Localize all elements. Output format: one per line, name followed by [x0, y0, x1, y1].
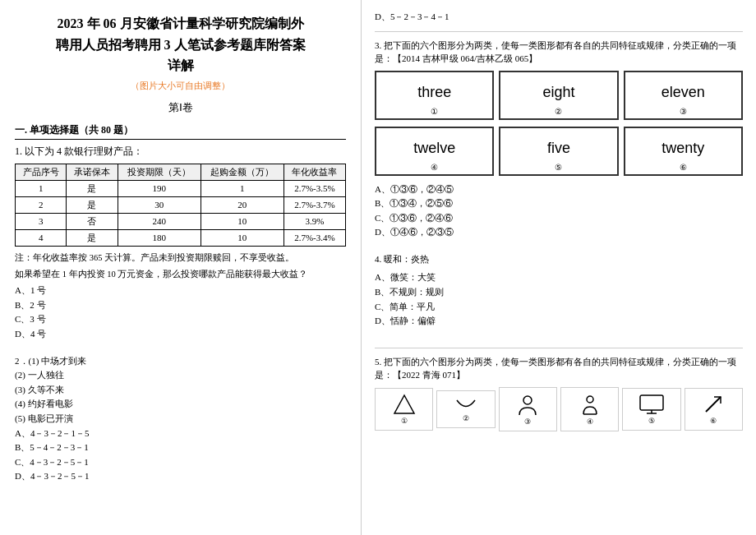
shape-box-6: ⑥: [685, 388, 743, 431]
svg-marker-0: [394, 395, 414, 413]
shape-num: ④: [587, 417, 593, 426]
table-cell: 3: [16, 213, 67, 229]
word-text: twenty: [662, 140, 704, 156]
d-option-right: D、5－2－3－4－1: [375, 10, 743, 25]
word-text: eight: [542, 84, 574, 100]
q4-option: D、恬静：偏僻: [375, 314, 743, 329]
q2-block: 2．(1) 中场才到来 (2) 一人独往(3) 久等不来(4) 约好看电影(5)…: [15, 354, 346, 484]
shape-num: ③: [524, 417, 531, 426]
svg-line-7: [706, 397, 721, 412]
table-cell: 否: [67, 213, 118, 229]
col-header-1: 产品序号: [16, 164, 67, 180]
table-cell: 20: [201, 196, 284, 213]
table-cell: 是: [67, 229, 118, 246]
word-box-1: three①: [375, 71, 494, 120]
product-table: 产品序号 承诺保本 投资期限（天） 起购金额（万） 年化收益率 1是19012.…: [15, 164, 346, 247]
q3-text: 3. 把下面的六个图形分为两类，使每一类图形都有各自的共同特征或规律，分类正确的…: [375, 39, 743, 66]
q5-text: 5. 把下面的六个图形分为两类，使每一类图形都有各自的共同特征或规律，分类正确的…: [375, 355, 743, 382]
q1-title: 1. 以下为 4 款银行理财产品：: [15, 145, 346, 159]
shape-grid: ①②③④⑤⑥: [375, 387, 743, 431]
col-header-2: 承诺保本: [67, 164, 118, 180]
table-cell: 30: [118, 196, 201, 213]
word-num: ②: [500, 107, 616, 116]
word-num: ④: [376, 163, 492, 172]
q4-text: 4. 暖和：炎热: [375, 252, 743, 266]
q2-title: 2．(1) 中场才到来: [15, 354, 346, 369]
table-cell: 2.7%-3.7%: [284, 196, 345, 213]
note1: 注：年化收益率按 365 天计算。产品未到投资期限赎回，不享受收益。: [15, 251, 346, 265]
table-cell: 1: [201, 180, 284, 196]
shape-box-3: ③: [499, 387, 557, 431]
q2-item: (2) 一人独往: [15, 368, 346, 383]
q3-options: A、①③⑥，②④⑤B、①③④，②⑤⑥C、①③⑥，②④⑥D、①④⑥，②③⑤: [375, 182, 743, 240]
word-text: twelve: [413, 140, 455, 156]
col-header-3: 投资期限（天）: [118, 164, 201, 180]
svg-point-2: [587, 396, 593, 403]
table-cell: 10: [201, 229, 284, 246]
svg-rect-4: [640, 395, 663, 410]
q2-item: (3) 久等不来: [15, 383, 346, 398]
svg-point-1: [523, 396, 532, 404]
table-cell: 4: [16, 229, 67, 246]
q1-option: A、1 号: [15, 284, 346, 298]
shape-box-1: ①: [375, 388, 433, 431]
q4-options: A、微笑：大笑B、不规则：规则C、简单：平凡D、恬静：偏僻: [375, 270, 743, 328]
table-cell: 180: [118, 229, 201, 246]
q1-option: B、2 号: [15, 298, 346, 313]
word-box-6: twenty⑥: [624, 127, 743, 176]
q2-option: B、5－4－2－3－1: [15, 440, 346, 455]
note2: 如果希望在 1 年内投资 10 万元资金，那么投资哪款产品能获得最大收益？: [15, 268, 346, 281]
word-num: ⑥: [625, 163, 741, 172]
q1-option: C、3 号: [15, 312, 346, 327]
table-cell: 190: [118, 180, 201, 196]
table-cell: 240: [118, 213, 201, 229]
word-num: ③: [625, 107, 741, 116]
q3-option: A、①③⑥，②④⑤: [375, 182, 743, 197]
col-header-5: 年化收益率: [284, 164, 345, 180]
table-cell: 2.7%-3.4%: [284, 229, 345, 246]
table-cell: 是: [67, 196, 118, 213]
shape-box-2: ②: [436, 390, 495, 428]
word-text: three: [417, 84, 451, 100]
word-text: five: [547, 140, 570, 156]
q3-option: C、①③⑥，②④⑥: [375, 211, 743, 226]
shape-num: ⑤: [648, 417, 655, 425]
q2-option: D、4－3－2－5－1: [15, 469, 346, 484]
table-cell: 1: [16, 180, 67, 196]
subtitle: （图片大小可自由调整）: [15, 80, 346, 92]
q1-options: A、1 号B、2 号C、3 号D、4 号: [15, 284, 346, 341]
word-grid-bottom: twelve④five⑤twenty⑥: [375, 127, 743, 176]
section-title: 第Ⅰ卷: [15, 100, 346, 115]
right-panel: D、5－2－3－4－1 3. 把下面的六个图形分为两类，使每一类图形都有各自的共…: [362, 0, 756, 535]
table-cell: 2.7%-3.5%: [284, 180, 345, 196]
part-title: 一. 单项选择题（共 80 题）: [15, 123, 346, 140]
shape-num: ①: [401, 417, 408, 425]
shape-num: ⑥: [710, 417, 717, 425]
q2-option: A、4－3－2－1－5: [15, 427, 346, 441]
word-num: ①: [376, 107, 492, 116]
table-cell: 是: [67, 180, 118, 196]
main-title: 2023 年 06 月安徽省计量科学研究院编制外聘用人员招考聘用 3 人笔试参考…: [15, 13, 346, 76]
q2-option: C、4－3－2－5－1: [15, 455, 346, 470]
word-box-2: eight②: [499, 71, 618, 120]
table-cell: 2: [16, 196, 67, 213]
word-grid-top: three①eight②eleven③: [375, 71, 743, 120]
q3-option: D、①④⑥，②③⑤: [375, 225, 743, 240]
q2-item: (4) 约好看电影: [15, 397, 346, 412]
word-num: ⑤: [500, 163, 616, 172]
q4-option: C、简单：平凡: [375, 300, 743, 315]
table-cell: 10: [201, 213, 284, 229]
left-panel: 2023 年 06 月安徽省计量科学研究院编制外聘用人员招考聘用 3 人笔试参考…: [0, 0, 362, 535]
q1-option: D、4 号: [15, 327, 346, 342]
word-box-3: eleven③: [624, 71, 743, 120]
table-cell: 3.9%: [284, 213, 345, 229]
word-box-4: twelve④: [375, 127, 494, 176]
q4-option: A、微笑：大笑: [375, 270, 743, 285]
word-text: eleven: [662, 84, 705, 100]
q2-item: (5) 电影已开演: [15, 412, 346, 427]
col-header-4: 起购金额（万）: [201, 164, 284, 180]
shape-num: ②: [463, 414, 469, 422]
word-box-5: five⑤: [499, 127, 618, 176]
shape-box-4: ④: [560, 387, 619, 431]
shape-box-5: ⑤: [622, 388, 680, 431]
